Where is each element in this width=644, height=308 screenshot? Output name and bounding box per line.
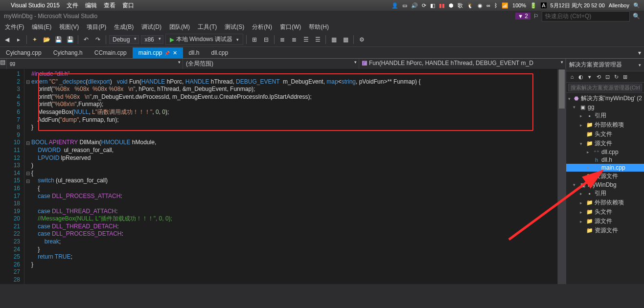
nav-member-combo[interactable]: 🅵Fun(HANDLE hPorc, HANDLE hThread, DEBUG… [359, 59, 566, 69]
tab-cyichang-h[interactable]: Cyichang.h [47, 47, 89, 58]
toolbar-icon[interactable]: ☰ [301, 35, 311, 44]
tab-dll-h[interactable]: dll.h [183, 47, 206, 58]
bluetooth-icon[interactable]: ᛒ [494, 2, 498, 8]
tree-item-源文件[interactable]: ▸📁源文件 [566, 217, 644, 226]
toolbar-icon[interactable]: ⊞ [250, 35, 259, 44]
menu-analyze[interactable]: 分析(N) [248, 22, 276, 32]
vertical-scrollbar[interactable] [558, 69, 566, 284]
save-all-icon[interactable]: 💾 [65, 35, 75, 44]
tray-icon[interactable]: ◉ [478, 2, 483, 9]
menu-project[interactable]: 项目(P) [83, 22, 110, 32]
menu-tools[interactable]: 工具(T) [194, 22, 221, 32]
tree-item-myWinDbg[interactable]: ▾▣myWinDbg [566, 181, 644, 189]
tree-item-main-cpp[interactable]: ▸⁺⁺main.cpp [566, 164, 644, 172]
tree-item-头文件[interactable]: 📁头文件 [566, 130, 644, 139]
tray-icon[interactable]: ◧ [430, 2, 435, 9]
mac-menu-window[interactable]: 窗口 [122, 1, 134, 10]
menu-team[interactable]: 团队(M) [165, 22, 194, 32]
tree-item-外部依赖项[interactable]: ▸📁外部依赖项 [566, 198, 644, 207]
nav-fwd-icon[interactable]: ▸ [14, 35, 23, 44]
tab-overflow-icon[interactable]: ▾ [635, 47, 644, 58]
tab-ccmain-cpp[interactable]: CCmain.cpp [89, 47, 133, 58]
new-project-icon[interactable]: ✦ [30, 35, 40, 44]
toolbar-icon[interactable]: ⊡ [603, 73, 611, 81]
start-debug-button[interactable]: ▶本地 Windows 调试器▾ [165, 34, 243, 45]
tree-item-源文件[interactable]: ▾📁源文件 [566, 139, 644, 148]
toolbar-icon[interactable]: ▦ [341, 35, 350, 44]
tree-item-dll-h[interactable]: hdll.h [566, 156, 644, 164]
menu-view[interactable]: 视图(V) [55, 22, 83, 32]
nav-type-combo[interactable]: (全局范围) [183, 59, 359, 69]
feedback-icon[interactable]: ⚐ [533, 13, 539, 20]
menu-test[interactable]: 测试(S) [221, 22, 248, 32]
tab-dll-cpp[interactable]: dll.cpp [206, 47, 234, 58]
search-icon[interactable]: 🔍 [633, 2, 640, 9]
toolbar-icon[interactable]: ◐ [577, 73, 585, 81]
mac-menu-view[interactable]: 查看 [104, 1, 115, 10]
tree-item-资源文件[interactable]: 📁资源文件 [566, 226, 644, 235]
open-file-icon[interactable]: 📂 [42, 35, 51, 44]
quick-launch-input[interactable]: 快速启动 (Ctrl+Q) [542, 11, 630, 22]
tray-icon[interactable]: 歌 [458, 2, 463, 9]
ime-icon[interactable]: A [541, 2, 546, 8]
solution-tree[interactable]: ▾⬣解决方案'myWinDbg' (2 ▾▣gg▸▪引用▸📁外部依赖项📁头文件▾… [566, 93, 644, 284]
config-combo[interactable]: Debug [109, 35, 139, 44]
wifi-icon[interactable]: 📶 [502, 2, 508, 9]
scrollbar-thumb[interactable] [559, 69, 565, 109]
platform-combo[interactable]: x86 [141, 35, 163, 44]
tray-icon[interactable]: ⬢ [449, 2, 454, 9]
tree-item-引用[interactable]: ▸▪引用 [566, 189, 644, 198]
tree-item-头文件[interactable]: ▸📁头文件 [566, 207, 644, 217]
menu-edit[interactable]: 编辑(E) [28, 22, 55, 32]
toolbar-icon[interactable]: ☰ [313, 35, 322, 44]
toolbar-icon[interactable]: ▦ [329, 35, 339, 44]
menu-window[interactable]: 窗口(W) [276, 22, 305, 32]
mac-app-name[interactable]: Visual Studio 2015 [11, 2, 60, 9]
tray-icon[interactable]: ▭ [402, 2, 407, 9]
code-editor[interactable]: 1234567891011121314151617181920212223242… [0, 69, 566, 284]
mac-menu-file[interactable]: 文件 [67, 1, 78, 10]
undo-icon[interactable]: ↶ [81, 35, 91, 44]
tab-cyichang-cpp[interactable]: Cyichang.cpp [0, 47, 47, 58]
close-icon[interactable]: ✕ [173, 50, 177, 56]
tree-item-引用[interactable]: ▸▪引用 [566, 111, 644, 120]
menu-file[interactable]: 文件(F) [1, 22, 28, 32]
toolbar-icon[interactable]: ⚙ [357, 35, 367, 44]
tree-item-外部依赖项[interactable]: ▸📁外部依赖项 [566, 120, 644, 130]
toolbar-icon[interactable]: ▾ [586, 73, 594, 81]
nav-back-icon[interactable]: ◀ [2, 35, 12, 44]
toolbar-icon[interactable]: ≣ [277, 35, 287, 44]
toolbar-icon[interactable]: ≣ [289, 35, 299, 44]
tray-icon[interactable]: ▮▮ [439, 2, 445, 9]
tree-item-dll-cpp[interactable]: ▸⁺⁺dll.cpp [566, 148, 644, 156]
fold-column[interactable]: ⊟⊟⊟⊟ [24, 69, 31, 284]
nav-margin-icon[interactable]: ▤ [0, 59, 7, 69]
menu-build[interactable]: 生成(B) [110, 22, 138, 32]
notification-badge[interactable]: ▼ 2 [515, 13, 530, 20]
tray-icon[interactable]: ∞ [486, 2, 490, 8]
pin-icon[interactable]: 📌 [164, 51, 170, 56]
tray-icon[interactable]: 🔊 [411, 2, 418, 9]
mac-menu-edit[interactable]: 编辑 [85, 1, 97, 10]
menu-debug[interactable]: 调试(D) [138, 22, 165, 32]
tree-item-gg[interactable]: ▾▣gg [566, 103, 644, 111]
panel-menu-icon[interactable]: ▾ [639, 63, 641, 67]
solution-search-input[interactable] [568, 84, 642, 91]
tab-main-cpp[interactable]: main.cpp📌✕ [133, 47, 183, 58]
tray-icon[interactable]: ⟳ [422, 2, 426, 9]
solution-root[interactable]: ▾⬣解决方案'myWinDbg' (2 [566, 94, 644, 103]
quick-launch-search-icon[interactable]: 🔍 [633, 13, 640, 20]
username[interactable]: Allenboy [609, 2, 629, 8]
toolbar-icon[interactable]: ⊟ [261, 35, 271, 44]
home-icon[interactable]: ⌂ [568, 73, 576, 81]
redo-icon[interactable]: ↷ [93, 35, 103, 44]
tray-icon[interactable]: 👤 [391, 2, 398, 9]
nav-scope-combo[interactable]: gg [7, 59, 183, 69]
save-icon[interactable]: 💾 [53, 35, 63, 44]
tree-item-资源文件[interactable]: 📁资源文件 [566, 172, 644, 181]
refresh-icon[interactable]: ↻ [612, 73, 620, 81]
toolbar-icon[interactable]: ⊞ [621, 73, 629, 81]
toolbar-icon[interactable]: ⟲ [595, 73, 602, 81]
code-content[interactable]: #include "dll.h"extern "C" _declspec(dll… [31, 69, 556, 284]
tray-icon[interactable]: 🐧 [467, 2, 474, 9]
